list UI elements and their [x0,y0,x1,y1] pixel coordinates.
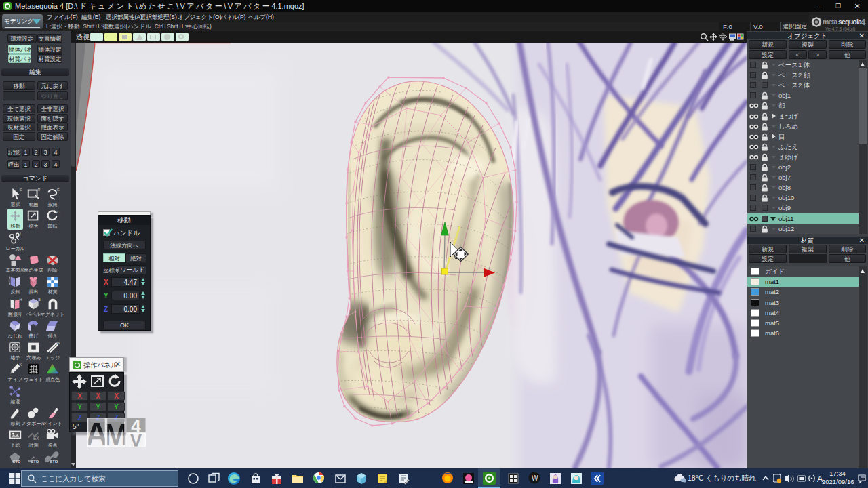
svg-text:G: G [56,188,59,192]
svg-text:meta: meta [823,18,837,26]
svg-text:S: S [19,188,22,192]
svg-text:4: 4 [861,17,866,27]
svg-text:L: L [20,232,22,236]
svg-text:W: W [56,341,60,345]
svg-text:STD: STD [31,460,39,464]
svg-text:STD: STD [50,460,58,464]
svg-text:K: K [19,363,22,367]
svg-text:STD: STD [12,460,21,464]
svg-text:W: W [532,474,538,482]
svg-text:EX: EX [33,436,39,441]
svg-text:B: B [38,298,41,302]
svg-text:sequoia: sequoia [838,18,862,26]
svg-text:Ver4.7.3 (64bit): Ver4.7.3 (64bit) [825,26,855,32]
svg-text:H: H [19,298,22,302]
svg-text:C: C [57,210,60,214]
svg-text:R: R [37,188,40,192]
